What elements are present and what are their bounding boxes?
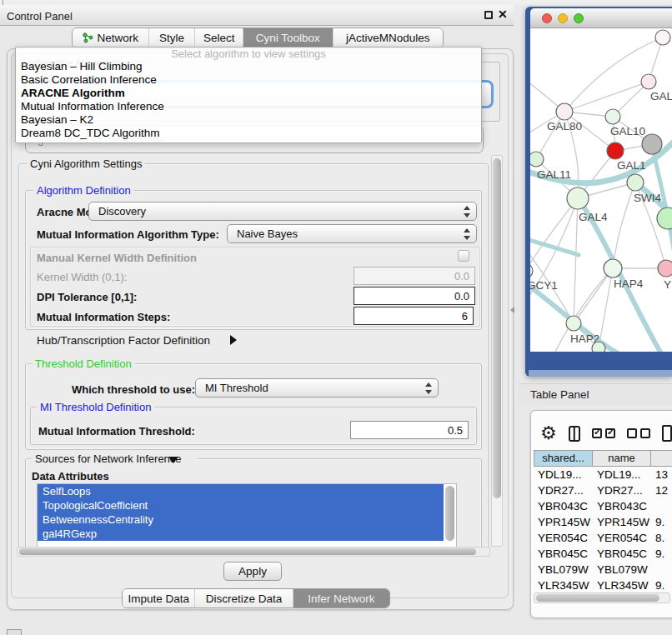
network-edge[interactable] bbox=[599, 268, 613, 348]
threshold-definition-title: Threshold Definition bbox=[32, 358, 135, 370]
attributes-scrollbar[interactable] bbox=[445, 486, 454, 541]
spinner-arrows-icon bbox=[463, 228, 470, 240]
network-edge[interactable] bbox=[613, 182, 635, 268]
table-row[interactable]: YLR345WYLR345W9. bbox=[534, 578, 672, 592]
data-attribute-item[interactable]: gal4RGexp bbox=[38, 527, 444, 541]
zoom-traffic-light-icon[interactable] bbox=[574, 13, 584, 23]
table-row[interactable]: YER054CYER054C8. bbox=[534, 530, 672, 546]
network-edge[interactable] bbox=[574, 198, 578, 323]
document-icon[interactable] bbox=[662, 425, 672, 442]
algorithm-option[interactable]: Mutual Information Inference bbox=[16, 100, 481, 113]
manual-kernel-width-label: Manual Kernel Width Definition bbox=[37, 252, 197, 264]
tab-discretize-data[interactable]: Discretize Data bbox=[195, 589, 293, 608]
data-attribute-item[interactable]: TopologicalCoefficient bbox=[38, 498, 444, 512]
network-node-label: GAL10 bbox=[610, 125, 645, 138]
network-node[interactable] bbox=[592, 342, 605, 352]
tab-jactivemnodules[interactable]: jActiveMNodules bbox=[333, 28, 443, 48]
table-cell: YDL19... bbox=[534, 467, 593, 482]
network-node[interactable] bbox=[655, 30, 670, 45]
network-node-swi4[interactable] bbox=[627, 174, 644, 191]
table-row[interactable]: YBR043CYBR043C bbox=[534, 498, 672, 514]
mi-steps-field[interactable]: 6 bbox=[354, 307, 474, 325]
tab-network[interactable]: Network bbox=[73, 28, 149, 48]
manual-kernel-width-checkbox[interactable] bbox=[458, 250, 469, 262]
aracne-mode-combobox[interactable]: Discovery bbox=[88, 202, 477, 221]
network-canvas[interactable]: GALGAL80GAL10GAL1GAL11SWI4GAL4GCY1HAP4YH… bbox=[530, 28, 672, 352]
network-node[interactable] bbox=[642, 134, 662, 154]
settings-vertical-scrollbar[interactable] bbox=[491, 155, 503, 547]
tab-discretize-data-label: Discretize Data bbox=[206, 592, 283, 605]
show-selected-columns-button[interactable] bbox=[592, 428, 615, 438]
network-edge[interactable] bbox=[564, 82, 649, 112]
scrollbar-thumb[interactable] bbox=[19, 548, 476, 555]
table-column-header[interactable] bbox=[651, 450, 672, 467]
table-row[interactable]: YDR27...YDR27...12 bbox=[534, 482, 672, 498]
table-body: YDL19...YDL19...13YDR27...YDR27...12YBR0… bbox=[534, 467, 672, 592]
cyni-settings-viewport: Cyni Algorithm Settings Algorithm Defini… bbox=[15, 153, 490, 548]
network-edge[interactable] bbox=[530, 198, 578, 271]
mi-threshold-label: Mutual Information Threshold: bbox=[38, 425, 195, 438]
algorithm-option[interactable]: ARACNE Algorithm bbox=[16, 87, 481, 100]
hide-columns-button[interactable] bbox=[627, 428, 650, 438]
network-view[interactable]: GALGAL80GAL10GAL1GAL11SWI4GAL4GCY1HAP4YH… bbox=[530, 28, 672, 352]
hub-definition-label: Hub/Transcription Factor Definition bbox=[37, 334, 210, 347]
network-node-gal10[interactable] bbox=[605, 109, 620, 124]
network-node[interactable] bbox=[657, 208, 672, 229]
tab-style[interactable]: Style bbox=[149, 28, 196, 48]
collapse-arrow-icon[interactable] bbox=[168, 457, 178, 463]
network-node-hap2[interactable] bbox=[566, 316, 581, 331]
mi-threshold-field[interactable]: 0.5 bbox=[350, 421, 469, 439]
table-column-header[interactable]: shared... bbox=[534, 450, 593, 467]
float-window-icon[interactable] bbox=[484, 11, 493, 19]
network-window-titlebar[interactable] bbox=[530, 8, 672, 28]
dpi-tolerance-field[interactable]: 0.0 bbox=[354, 287, 475, 305]
data-attribute-item[interactable]: BetweennessCentrality bbox=[38, 512, 444, 527]
algorithm-option[interactable]: Basic Correlation Inference bbox=[16, 73, 481, 87]
network-node-gal80[interactable] bbox=[556, 103, 573, 120]
gear-icon[interactable]: ⚙ bbox=[540, 425, 557, 442]
table-cell: YLR345W bbox=[534, 578, 593, 592]
algorithm-option[interactable]: Dream8 DC_TDC Algorithm bbox=[16, 127, 481, 140]
network-node-gal4[interactable] bbox=[567, 188, 589, 209]
panel-collapse-arrow-icon[interactable] bbox=[510, 307, 514, 313]
mi-algorithm-type-combobox[interactable]: Naive Bayes bbox=[227, 224, 477, 243]
table-cell: YDR27... bbox=[593, 482, 651, 498]
columns-icon[interactable] bbox=[569, 426, 580, 442]
table-horizontal-scrollbar[interactable] bbox=[534, 592, 670, 603]
network-node-y[interactable] bbox=[658, 260, 672, 277]
tab-impute-data[interactable]: Impute Data bbox=[123, 589, 195, 608]
tab-select[interactable]: Select bbox=[195, 28, 243, 48]
table-cell: 8. bbox=[651, 530, 672, 546]
mini-panel-button[interactable] bbox=[7, 629, 22, 635]
network-node-gcy1[interactable] bbox=[530, 263, 533, 278]
table-cell bbox=[651, 498, 672, 514]
tab-cyni-toolbox[interactable]: Cyni Toolbox bbox=[243, 28, 333, 48]
network-node-gal1[interactable] bbox=[607, 142, 624, 159]
table-column-header[interactable]: name bbox=[593, 450, 651, 467]
table-row[interactable]: YBR045CYBR045C9. bbox=[534, 546, 672, 562]
close-icon[interactable]: ✕ bbox=[498, 8, 508, 21]
algorithm-option[interactable]: Bayesian – Hill Climbing bbox=[16, 60, 481, 73]
settings-horizontal-scrollbar[interactable] bbox=[17, 547, 490, 557]
table-row[interactable]: YPR145WYPR145W9. bbox=[534, 514, 672, 530]
network-node-gal[interactable] bbox=[641, 74, 656, 89]
expand-arrow-icon[interactable] bbox=[230, 335, 237, 345]
table-row[interactable]: YBL079WYBL079W bbox=[534, 562, 672, 578]
table-cell: YBR043C bbox=[593, 498, 651, 514]
close-traffic-light-icon[interactable] bbox=[542, 13, 552, 23]
network-node-label: SWI4 bbox=[634, 192, 661, 204]
algorithm-option[interactable]: Bayesian – K2 bbox=[16, 113, 481, 127]
scrollbar-thumb[interactable] bbox=[493, 158, 501, 498]
network-edge[interactable] bbox=[574, 268, 613, 323]
network-node-gal11[interactable] bbox=[530, 152, 544, 167]
data-attribute-item[interactable]: SelfLoops bbox=[38, 484, 444, 498]
table-row[interactable]: YDL19...YDL19...13 bbox=[534, 467, 672, 482]
unchecked-box-icon bbox=[627, 428, 637, 438]
apply-button[interactable]: Apply bbox=[223, 562, 282, 581]
kernel-width-field[interactable]: 0.0 bbox=[354, 267, 475, 285]
scrollbar-thumb[interactable] bbox=[536, 594, 659, 602]
minimize-traffic-light-icon[interactable] bbox=[558, 13, 568, 23]
network-node-hap4[interactable] bbox=[604, 259, 622, 278]
which-threshold-combobox[interactable]: MI Threshold bbox=[195, 378, 439, 398]
tab-infer-network[interactable]: Infer Network bbox=[293, 589, 389, 608]
